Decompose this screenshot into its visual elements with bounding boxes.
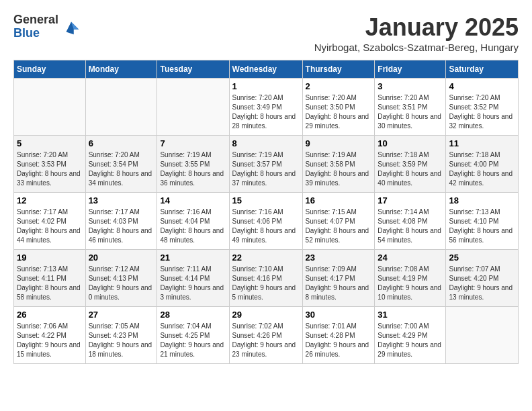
day-number: 3 <box>378 81 443 91</box>
day-cell: 26Sunrise: 7:06 AM Sunset: 4:22 PM Dayli… <box>14 307 86 364</box>
day-number: 21 <box>160 253 226 263</box>
day-info: Sunrise: 7:06 AM Sunset: 4:22 PM Dayligh… <box>17 322 83 359</box>
day-info: Sunrise: 7:05 AM Sunset: 4:23 PM Dayligh… <box>89 322 154 359</box>
page-header: General Blue January 2025 Nyirbogat, Sza… <box>13 13 519 53</box>
day-number: 28 <box>160 310 226 320</box>
day-cell: 7Sunrise: 7:19 AM Sunset: 3:55 PM Daylig… <box>157 136 229 193</box>
month-title: January 2025 <box>314 13 519 42</box>
day-header-tuesday: Tuesday <box>157 60 229 79</box>
day-number: 16 <box>306 195 372 205</box>
logo-general: General <box>13 13 58 27</box>
day-number: 20 <box>89 253 154 263</box>
day-header-friday: Friday <box>375 60 446 79</box>
day-cell: 24Sunrise: 7:08 AM Sunset: 4:19 PM Dayli… <box>375 250 446 307</box>
day-number: 30 <box>306 310 372 320</box>
day-info: Sunrise: 7:18 AM Sunset: 4:00 PM Dayligh… <box>449 150 515 188</box>
day-number: 6 <box>89 138 154 148</box>
day-cell: 5Sunrise: 7:20 AM Sunset: 3:53 PM Daylig… <box>14 136 86 193</box>
day-cell <box>157 79 229 136</box>
week-row: 26Sunrise: 7:06 AM Sunset: 4:22 PM Dayli… <box>14 307 519 364</box>
week-row: 19Sunrise: 7:13 AM Sunset: 4:11 PM Dayli… <box>14 250 519 307</box>
day-info: Sunrise: 7:14 AM Sunset: 4:08 PM Dayligh… <box>378 208 443 245</box>
day-info: Sunrise: 7:20 AM Sunset: 3:52 PM Dayligh… <box>449 93 515 131</box>
day-cell: 9Sunrise: 7:19 AM Sunset: 3:58 PM Daylig… <box>302 136 375 193</box>
day-header-saturday: Saturday <box>446 60 519 79</box>
day-info: Sunrise: 7:20 AM Sunset: 3:49 PM Dayligh… <box>232 93 300 131</box>
day-number: 1 <box>232 81 300 91</box>
week-row: 12Sunrise: 7:17 AM Sunset: 4:02 PM Dayli… <box>14 193 519 250</box>
day-cell: 12Sunrise: 7:17 AM Sunset: 4:02 PM Dayli… <box>14 193 86 250</box>
day-number: 12 <box>17 195 83 205</box>
day-number: 25 <box>449 253 515 263</box>
day-info: Sunrise: 7:02 AM Sunset: 4:26 PM Dayligh… <box>232 322 300 359</box>
day-number: 22 <box>232 253 300 263</box>
day-number: 7 <box>160 138 226 148</box>
day-number: 29 <box>232 310 300 320</box>
day-number: 2 <box>306 81 372 91</box>
week-row: 5Sunrise: 7:20 AM Sunset: 3:53 PM Daylig… <box>14 136 519 193</box>
day-info: Sunrise: 7:20 AM Sunset: 3:51 PM Dayligh… <box>378 93 443 131</box>
day-cell <box>85 79 157 136</box>
day-number: 19 <box>17 253 83 263</box>
day-number: 23 <box>306 253 372 263</box>
day-info: Sunrise: 7:19 AM Sunset: 3:55 PM Dayligh… <box>160 150 226 188</box>
day-header-monday: Monday <box>85 60 157 79</box>
day-info: Sunrise: 7:17 AM Sunset: 4:02 PM Dayligh… <box>17 208 83 245</box>
day-info: Sunrise: 7:10 AM Sunset: 4:16 PM Dayligh… <box>232 265 300 302</box>
day-cell: 23Sunrise: 7:09 AM Sunset: 4:17 PM Dayli… <box>302 250 375 307</box>
day-number: 17 <box>378 195 443 205</box>
logo: General Blue <box>13 13 81 40</box>
location-subtitle: Nyirbogat, Szabolcs-Szatmar-Bereg, Hunga… <box>314 42 519 53</box>
logo-blue: Blue <box>13 27 58 40</box>
day-info: Sunrise: 7:11 AM Sunset: 4:14 PM Dayligh… <box>160 265 226 302</box>
day-cell: 27Sunrise: 7:05 AM Sunset: 4:23 PM Dayli… <box>85 307 157 364</box>
day-cell: 21Sunrise: 7:11 AM Sunset: 4:14 PM Dayli… <box>157 250 229 307</box>
day-cell: 6Sunrise: 7:20 AM Sunset: 3:54 PM Daylig… <box>85 136 157 193</box>
day-info: Sunrise: 7:08 AM Sunset: 4:19 PM Dayligh… <box>378 265 443 302</box>
day-info: Sunrise: 7:20 AM Sunset: 3:50 PM Dayligh… <box>306 93 372 131</box>
day-cell: 10Sunrise: 7:18 AM Sunset: 3:59 PM Dayli… <box>375 136 446 193</box>
day-number: 26 <box>17 310 83 320</box>
title-block: January 2025 Nyirbogat, Szabolcs-Szatmar… <box>314 13 519 53</box>
day-number: 10 <box>378 138 443 148</box>
day-cell: 20Sunrise: 7:12 AM Sunset: 4:13 PM Dayli… <box>85 250 157 307</box>
day-number: 18 <box>449 195 515 205</box>
day-cell <box>446 307 519 364</box>
day-info: Sunrise: 7:16 AM Sunset: 4:06 PM Dayligh… <box>232 208 300 245</box>
day-info: Sunrise: 7:19 AM Sunset: 3:58 PM Dayligh… <box>306 150 372 188</box>
day-info: Sunrise: 7:20 AM Sunset: 3:54 PM Dayligh… <box>89 150 154 188</box>
day-info: Sunrise: 7:04 AM Sunset: 4:25 PM Dayligh… <box>160 322 226 359</box>
day-header-sunday: Sunday <box>14 60 86 79</box>
day-header-thursday: Thursday <box>302 60 375 79</box>
day-number: 8 <box>232 138 300 148</box>
day-cell: 22Sunrise: 7:10 AM Sunset: 4:16 PM Dayli… <box>229 250 302 307</box>
day-number: 5 <box>17 138 83 148</box>
day-info: Sunrise: 7:19 AM Sunset: 3:57 PM Dayligh… <box>232 150 300 188</box>
header-row: SundayMondayTuesdayWednesdayThursdayFrid… <box>14 60 519 79</box>
day-cell <box>14 79 86 136</box>
day-info: Sunrise: 7:07 AM Sunset: 4:20 PM Dayligh… <box>449 265 515 302</box>
calendar-table: SundayMondayTuesdayWednesdayThursdayFrid… <box>13 60 519 364</box>
day-info: Sunrise: 7:16 AM Sunset: 4:04 PM Dayligh… <box>160 208 226 245</box>
day-cell: 13Sunrise: 7:17 AM Sunset: 4:03 PM Dayli… <box>85 193 157 250</box>
day-cell: 30Sunrise: 7:01 AM Sunset: 4:28 PM Dayli… <box>302 307 375 364</box>
day-cell: 1Sunrise: 7:20 AM Sunset: 3:49 PM Daylig… <box>229 79 302 136</box>
day-number: 14 <box>160 195 226 205</box>
day-info: Sunrise: 7:13 AM Sunset: 4:11 PM Dayligh… <box>17 265 83 302</box>
day-info: Sunrise: 7:01 AM Sunset: 4:28 PM Dayligh… <box>306 322 372 359</box>
day-number: 15 <box>232 195 300 205</box>
day-cell: 2Sunrise: 7:20 AM Sunset: 3:50 PM Daylig… <box>302 79 375 136</box>
day-info: Sunrise: 7:00 AM Sunset: 4:29 PM Dayligh… <box>378 322 443 359</box>
day-cell: 19Sunrise: 7:13 AM Sunset: 4:11 PM Dayli… <box>14 250 86 307</box>
day-info: Sunrise: 7:17 AM Sunset: 4:03 PM Dayligh… <box>89 208 154 245</box>
day-header-wednesday: Wednesday <box>229 60 302 79</box>
day-info: Sunrise: 7:20 AM Sunset: 3:53 PM Dayligh… <box>17 150 83 188</box>
day-cell: 17Sunrise: 7:14 AM Sunset: 4:08 PM Dayli… <box>375 193 446 250</box>
day-cell: 14Sunrise: 7:16 AM Sunset: 4:04 PM Dayli… <box>157 193 229 250</box>
day-number: 9 <box>306 138 372 148</box>
day-cell: 28Sunrise: 7:04 AM Sunset: 4:25 PM Dayli… <box>157 307 229 364</box>
day-cell: 31Sunrise: 7:00 AM Sunset: 4:29 PM Dayli… <box>375 307 446 364</box>
day-number: 31 <box>378 310 443 320</box>
day-cell: 25Sunrise: 7:07 AM Sunset: 4:20 PM Dayli… <box>446 250 519 307</box>
day-cell: 8Sunrise: 7:19 AM Sunset: 3:57 PM Daylig… <box>229 136 302 193</box>
